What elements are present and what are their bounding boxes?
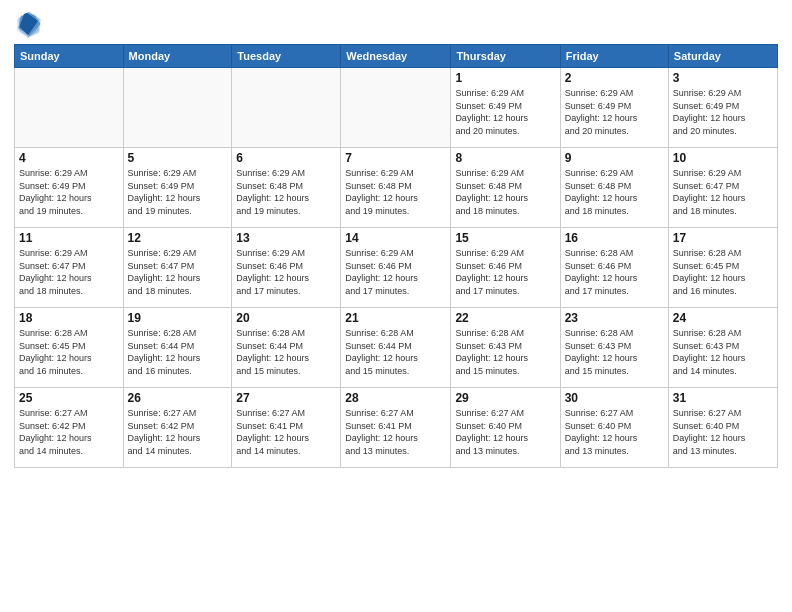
day-number: 3 — [673, 71, 773, 85]
day-info: Sunrise: 6:29 AM Sunset: 6:47 PM Dayligh… — [673, 167, 773, 217]
day-info: Sunrise: 6:29 AM Sunset: 6:49 PM Dayligh… — [128, 167, 228, 217]
day-number: 12 — [128, 231, 228, 245]
calendar-cell: 8Sunrise: 6:29 AM Sunset: 6:48 PM Daylig… — [451, 148, 560, 228]
day-info: Sunrise: 6:29 AM Sunset: 6:46 PM Dayligh… — [345, 247, 446, 297]
day-info: Sunrise: 6:29 AM Sunset: 6:48 PM Dayligh… — [236, 167, 336, 217]
day-number: 10 — [673, 151, 773, 165]
day-number: 25 — [19, 391, 119, 405]
calendar-cell: 28Sunrise: 6:27 AM Sunset: 6:41 PM Dayli… — [341, 388, 451, 468]
calendar-cell: 3Sunrise: 6:29 AM Sunset: 6:49 PM Daylig… — [668, 68, 777, 148]
day-number: 21 — [345, 311, 446, 325]
day-number: 11 — [19, 231, 119, 245]
day-number: 8 — [455, 151, 555, 165]
calendar-cell: 27Sunrise: 6:27 AM Sunset: 6:41 PM Dayli… — [232, 388, 341, 468]
day-info: Sunrise: 6:28 AM Sunset: 6:43 PM Dayligh… — [455, 327, 555, 377]
day-number: 27 — [236, 391, 336, 405]
calendar-cell: 17Sunrise: 6:28 AM Sunset: 6:45 PM Dayli… — [668, 228, 777, 308]
day-info: Sunrise: 6:29 AM Sunset: 6:49 PM Dayligh… — [19, 167, 119, 217]
calendar-cell: 19Sunrise: 6:28 AM Sunset: 6:44 PM Dayli… — [123, 308, 232, 388]
day-number: 17 — [673, 231, 773, 245]
calendar-cell — [15, 68, 124, 148]
day-number: 18 — [19, 311, 119, 325]
calendar-weekday-sunday: Sunday — [15, 45, 124, 68]
day-info: Sunrise: 6:28 AM Sunset: 6:46 PM Dayligh… — [565, 247, 664, 297]
calendar-cell: 20Sunrise: 6:28 AM Sunset: 6:44 PM Dayli… — [232, 308, 341, 388]
day-info: Sunrise: 6:29 AM Sunset: 6:49 PM Dayligh… — [673, 87, 773, 137]
day-info: Sunrise: 6:29 AM Sunset: 6:48 PM Dayligh… — [565, 167, 664, 217]
calendar-cell: 21Sunrise: 6:28 AM Sunset: 6:44 PM Dayli… — [341, 308, 451, 388]
day-number: 30 — [565, 391, 664, 405]
calendar-cell — [123, 68, 232, 148]
day-number: 15 — [455, 231, 555, 245]
day-info: Sunrise: 6:27 AM Sunset: 6:42 PM Dayligh… — [19, 407, 119, 457]
day-info: Sunrise: 6:27 AM Sunset: 6:40 PM Dayligh… — [565, 407, 664, 457]
day-number: 24 — [673, 311, 773, 325]
calendar-cell: 24Sunrise: 6:28 AM Sunset: 6:43 PM Dayli… — [668, 308, 777, 388]
calendar-week-1: 1Sunrise: 6:29 AM Sunset: 6:49 PM Daylig… — [15, 68, 778, 148]
day-info: Sunrise: 6:27 AM Sunset: 6:42 PM Dayligh… — [128, 407, 228, 457]
calendar-cell — [232, 68, 341, 148]
day-info: Sunrise: 6:29 AM Sunset: 6:48 PM Dayligh… — [455, 167, 555, 217]
logo-icon — [14, 10, 42, 38]
page-container: SundayMondayTuesdayWednesdayThursdayFrid… — [0, 0, 792, 612]
calendar-weekday-saturday: Saturday — [668, 45, 777, 68]
calendar-cell: 16Sunrise: 6:28 AM Sunset: 6:46 PM Dayli… — [560, 228, 668, 308]
calendar-cell: 4Sunrise: 6:29 AM Sunset: 6:49 PM Daylig… — [15, 148, 124, 228]
day-info: Sunrise: 6:28 AM Sunset: 6:44 PM Dayligh… — [345, 327, 446, 377]
calendar-cell: 1Sunrise: 6:29 AM Sunset: 6:49 PM Daylig… — [451, 68, 560, 148]
day-info: Sunrise: 6:29 AM Sunset: 6:47 PM Dayligh… — [128, 247, 228, 297]
day-info: Sunrise: 6:29 AM Sunset: 6:47 PM Dayligh… — [19, 247, 119, 297]
calendar-weekday-wednesday: Wednesday — [341, 45, 451, 68]
calendar-week-2: 4Sunrise: 6:29 AM Sunset: 6:49 PM Daylig… — [15, 148, 778, 228]
day-info: Sunrise: 6:29 AM Sunset: 6:49 PM Dayligh… — [455, 87, 555, 137]
calendar-cell: 6Sunrise: 6:29 AM Sunset: 6:48 PM Daylig… — [232, 148, 341, 228]
calendar-cell: 7Sunrise: 6:29 AM Sunset: 6:48 PM Daylig… — [341, 148, 451, 228]
day-number: 19 — [128, 311, 228, 325]
day-number: 20 — [236, 311, 336, 325]
day-number: 9 — [565, 151, 664, 165]
day-info: Sunrise: 6:29 AM Sunset: 6:46 PM Dayligh… — [455, 247, 555, 297]
calendar-weekday-tuesday: Tuesday — [232, 45, 341, 68]
day-number: 22 — [455, 311, 555, 325]
day-info: Sunrise: 6:27 AM Sunset: 6:40 PM Dayligh… — [455, 407, 555, 457]
day-number: 4 — [19, 151, 119, 165]
logo — [14, 10, 46, 38]
calendar-cell: 22Sunrise: 6:28 AM Sunset: 6:43 PM Dayli… — [451, 308, 560, 388]
day-info: Sunrise: 6:28 AM Sunset: 6:44 PM Dayligh… — [128, 327, 228, 377]
day-info: Sunrise: 6:27 AM Sunset: 6:41 PM Dayligh… — [345, 407, 446, 457]
calendar-cell: 13Sunrise: 6:29 AM Sunset: 6:46 PM Dayli… — [232, 228, 341, 308]
day-number: 28 — [345, 391, 446, 405]
calendar-cell: 23Sunrise: 6:28 AM Sunset: 6:43 PM Dayli… — [560, 308, 668, 388]
calendar-weekday-friday: Friday — [560, 45, 668, 68]
day-number: 29 — [455, 391, 555, 405]
calendar-cell: 12Sunrise: 6:29 AM Sunset: 6:47 PM Dayli… — [123, 228, 232, 308]
calendar-weekday-monday: Monday — [123, 45, 232, 68]
day-info: Sunrise: 6:28 AM Sunset: 6:45 PM Dayligh… — [673, 247, 773, 297]
calendar-cell: 31Sunrise: 6:27 AM Sunset: 6:40 PM Dayli… — [668, 388, 777, 468]
day-number: 1 — [455, 71, 555, 85]
day-number: 13 — [236, 231, 336, 245]
day-info: Sunrise: 6:28 AM Sunset: 6:45 PM Dayligh… — [19, 327, 119, 377]
day-info: Sunrise: 6:28 AM Sunset: 6:44 PM Dayligh… — [236, 327, 336, 377]
header — [14, 10, 778, 38]
calendar-week-4: 18Sunrise: 6:28 AM Sunset: 6:45 PM Dayli… — [15, 308, 778, 388]
calendar-cell: 9Sunrise: 6:29 AM Sunset: 6:48 PM Daylig… — [560, 148, 668, 228]
calendar-week-3: 11Sunrise: 6:29 AM Sunset: 6:47 PM Dayli… — [15, 228, 778, 308]
day-info: Sunrise: 6:27 AM Sunset: 6:41 PM Dayligh… — [236, 407, 336, 457]
calendar-cell: 14Sunrise: 6:29 AM Sunset: 6:46 PM Dayli… — [341, 228, 451, 308]
day-number: 14 — [345, 231, 446, 245]
calendar-cell: 30Sunrise: 6:27 AM Sunset: 6:40 PM Dayli… — [560, 388, 668, 468]
calendar-cell: 11Sunrise: 6:29 AM Sunset: 6:47 PM Dayli… — [15, 228, 124, 308]
calendar-cell: 2Sunrise: 6:29 AM Sunset: 6:49 PM Daylig… — [560, 68, 668, 148]
calendar-cell: 25Sunrise: 6:27 AM Sunset: 6:42 PM Dayli… — [15, 388, 124, 468]
calendar-table: SundayMondayTuesdayWednesdayThursdayFrid… — [14, 44, 778, 468]
day-info: Sunrise: 6:27 AM Sunset: 6:40 PM Dayligh… — [673, 407, 773, 457]
day-number: 26 — [128, 391, 228, 405]
day-number: 6 — [236, 151, 336, 165]
day-number: 23 — [565, 311, 664, 325]
calendar-header-row: SundayMondayTuesdayWednesdayThursdayFrid… — [15, 45, 778, 68]
day-number: 2 — [565, 71, 664, 85]
calendar-weekday-thursday: Thursday — [451, 45, 560, 68]
day-number: 31 — [673, 391, 773, 405]
day-number: 5 — [128, 151, 228, 165]
